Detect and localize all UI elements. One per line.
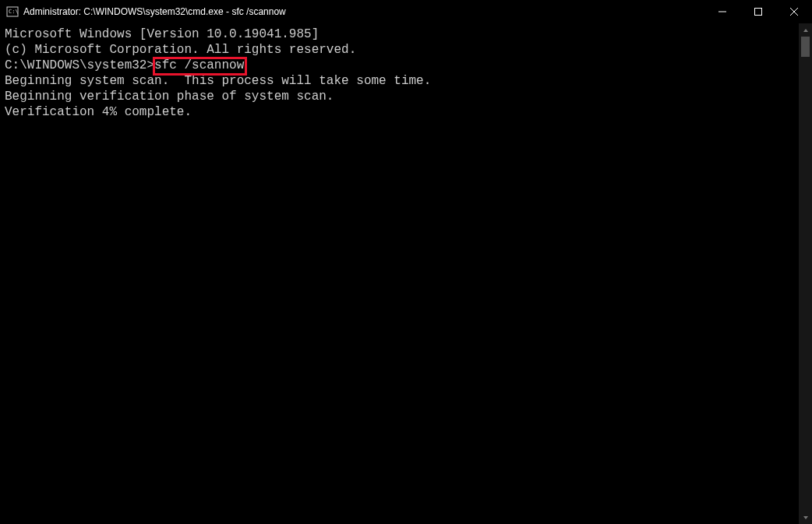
close-button[interactable] — [776, 0, 812, 23]
svg-marker-7 — [803, 516, 808, 519]
output-line: Beginning system scan. This process will… — [5, 73, 794, 89]
vertical-scrollbar[interactable] — [799, 23, 812, 524]
scroll-thumb[interactable] — [801, 37, 810, 57]
output-line: (c) Microsoft Corporation. All rights re… — [5, 42, 794, 58]
scroll-down-arrow-icon[interactable] — [799, 511, 812, 524]
highlighted-command: sfc /scannow — [154, 58, 245, 74]
terminal-output[interactable]: Microsoft Windows [Version 10.0.19041.98… — [0, 23, 799, 524]
prompt-path: C:\WINDOWS\system32> — [5, 58, 154, 72]
output-line: Microsoft Windows [Version 10.0.19041.98… — [5, 26, 794, 42]
titlebar[interactable]: C:\ Administrator: C:\WINDOWS\system32\c… — [0, 0, 812, 23]
window-title: Administrator: C:\WINDOWS\system32\cmd.e… — [23, 6, 286, 17]
output-line: Beginning verification phase of system s… — [5, 89, 794, 104]
minimize-button[interactable] — [704, 0, 740, 23]
titlebar-left: C:\ Administrator: C:\WINDOWS\system32\c… — [0, 5, 286, 18]
window-controls — [704, 0, 812, 23]
content-area: Microsoft Windows [Version 10.0.19041.98… — [0, 23, 812, 524]
cmd-icon: C:\ — [6, 5, 19, 18]
cmd-window: C:\ Administrator: C:\WINDOWS\system32\c… — [0, 0, 812, 524]
maximize-button[interactable] — [740, 0, 776, 23]
scroll-up-arrow-icon[interactable] — [799, 23, 812, 37]
prompt-line: C:\WINDOWS\system32>sfc /scannow — [5, 58, 794, 73]
output-line: Verification 4% complete. — [5, 104, 794, 120]
svg-rect-3 — [755, 9, 762, 16]
svg-marker-6 — [803, 29, 808, 32]
svg-text:C:\: C:\ — [9, 9, 19, 15]
